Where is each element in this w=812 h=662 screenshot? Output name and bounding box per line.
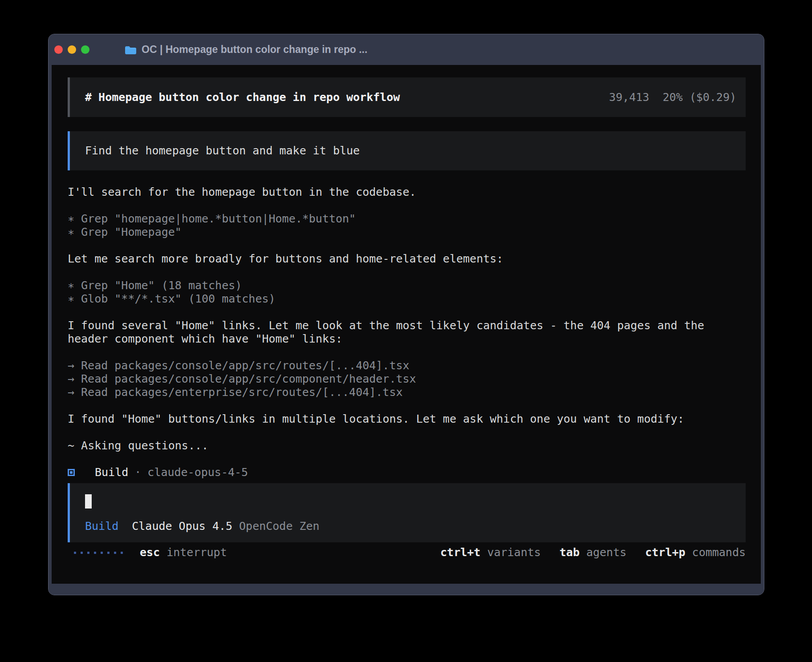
window-bottom-bar <box>49 584 764 595</box>
model-indicator: Claude Opus 4.5 <box>132 520 232 533</box>
agent-square-icon <box>68 469 75 476</box>
spinner-dot <box>74 552 76 554</box>
desktop: OC | Homepage button color change in rep… <box>0 0 812 662</box>
tool-call-group: →Read packages/console/app/src/routes/[.… <box>68 359 746 399</box>
agent-task-row[interactable]: Build · claude-opus-4-5 <box>68 466 746 479</box>
shortcut-key: tab <box>560 546 580 559</box>
tool-call-label: Read packages/console/app/src/routes/[..… <box>81 359 410 372</box>
asking-status: ~ Asking questions... <box>68 439 746 452</box>
tool-call-label: Read packages/enterprise/src/routes/[...… <box>81 386 402 399</box>
terminal-frame: # Homepage button color change in repo w… <box>49 65 764 584</box>
tool-call-read: →Read packages/console/app/src/component… <box>68 372 746 386</box>
assistant-paragraph: Let me search more broadly for buttons a… <box>68 252 746 266</box>
asterisk-icon: ∗ <box>68 279 74 292</box>
assistant-text: I found "Home" buttons/links in multiple… <box>68 412 746 426</box>
shortcut-label: commands <box>692 546 746 559</box>
user-message: Find the homepage button and make it blu… <box>68 131 746 170</box>
tool-call-label: Glob "**/*.tsx" (100 matches) <box>81 292 276 305</box>
arrow-right-icon: → <box>68 359 74 372</box>
tool-call-label: Read packages/console/app/src/component/… <box>81 372 416 385</box>
asterisk-icon: ∗ <box>68 292 74 305</box>
dot-separator: · <box>134 466 141 479</box>
arrow-right-icon: → <box>68 386 74 399</box>
assistant-text: I found several "Home" links. Let me loo… <box>68 319 746 332</box>
shortcut-list: ctrl+tvariants tabagents ctrl+pcommands <box>440 546 746 559</box>
shortcut-commands[interactable]: ctrl+pcommands <box>645 546 746 559</box>
session-title: # Homepage button color change in repo w… <box>85 91 400 104</box>
tool-call-grep: ∗Grep "Home" (18 matches) <box>68 279 746 292</box>
agent-name: Build <box>95 466 128 479</box>
spinner-dot <box>87 552 89 554</box>
terminal-window: OC | Homepage button color change in rep… <box>48 34 764 595</box>
tool-call-group: ∗Grep "Home" (18 matches) ∗Glob "**/*.ts… <box>68 279 746 306</box>
assistant-paragraph: ~ Asking questions... <box>68 439 746 452</box>
agent-model: claude-opus-4-5 <box>147 466 248 479</box>
close-button[interactable] <box>54 45 63 54</box>
spinner-dot <box>107 552 110 554</box>
provider-indicator: OpenCode Zen <box>239 520 320 533</box>
user-message-text: Find the homepage button and make it blu… <box>85 144 360 157</box>
asterisk-icon: ∗ <box>68 226 74 238</box>
spinner-dot <box>121 552 123 554</box>
context-usage: 20% ($0.29) <box>662 91 736 104</box>
session-header: # Homepage button color change in repo w… <box>68 77 746 117</box>
minimize-button[interactable] <box>68 45 76 54</box>
assistant-text: Let me search more broadly for buttons a… <box>68 252 746 266</box>
status-bar: esc interrupt ctrl+tvariants tabagents c… <box>68 546 746 559</box>
assistant-paragraph: I found several "Home" links. Let me loo… <box>68 319 746 346</box>
shortcut-label: agents <box>586 546 626 559</box>
assistant-paragraph: I'll search for the homepage button in t… <box>68 186 746 199</box>
tool-call-grep: ∗Grep "homepage|home.*button|Home.*butto… <box>68 212 746 226</box>
shortcut-label: variants <box>487 546 540 559</box>
folder-icon <box>124 45 136 55</box>
text-cursor <box>85 494 92 509</box>
window-title: OC | Homepage button color change in rep… <box>142 44 367 56</box>
asterisk-icon: ∗ <box>68 212 74 225</box>
tool-call-group: ∗Grep "homepage|home.*button|Home.*butto… <box>68 212 746 239</box>
terminal-content: # Homepage button color change in repo w… <box>52 65 761 584</box>
arrow-right-icon: → <box>68 372 74 385</box>
tool-call-read: →Read packages/console/app/src/routes/[.… <box>68 359 746 372</box>
tool-call-grep: ∗Grep "Homepage" <box>68 226 746 239</box>
assistant-paragraph: I found "Home" buttons/links in multiple… <box>68 412 746 426</box>
input-meta: Build Claude Opus 4.5 OpenCode Zen <box>85 520 736 533</box>
tool-call-label: Grep "homepage|home.*button|Home.*button… <box>81 212 356 225</box>
tool-call-label: Grep "Home" (18 matches) <box>81 279 242 292</box>
spinner-dot <box>114 552 116 554</box>
spinner-dots <box>74 552 123 554</box>
assistant-transcript: I'll search for the homepage button in t… <box>68 186 746 479</box>
tool-call-label: Grep "Homepage" <box>81 226 182 238</box>
shortcut-interrupt[interactable]: esc interrupt <box>140 546 227 559</box>
esc-key: esc <box>140 546 160 559</box>
spinner-dot <box>81 552 83 554</box>
spinner-dot <box>101 552 103 554</box>
tool-call-read: →Read packages/enterprise/src/routes/[..… <box>68 386 746 399</box>
mode-indicator[interactable]: Build <box>85 520 118 533</box>
titlebar[interactable]: OC | Homepage button color change in rep… <box>49 34 764 65</box>
shortcut-key: ctrl+t <box>440 546 480 559</box>
prompt-input[interactable]: Build Claude Opus 4.5 OpenCode Zen <box>68 483 746 542</box>
shortcut-variants[interactable]: ctrl+tvariants <box>440 546 541 559</box>
session-stats: 39,413 20% ($0.29) <box>609 91 736 104</box>
shortcut-agents[interactable]: tabagents <box>560 546 626 559</box>
assistant-text: header component which have "Home" links… <box>68 332 746 346</box>
spinner-dot <box>94 552 96 554</box>
shortcut-key: ctrl+p <box>645 546 685 559</box>
esc-label: interrupt <box>166 546 227 559</box>
assistant-text: I'll search for the homepage button in t… <box>68 186 746 199</box>
tool-call-glob: ∗Glob "**/*.tsx" (100 matches) <box>68 292 746 306</box>
token-count: 39,413 <box>609 91 649 104</box>
zoom-button[interactable] <box>81 45 89 54</box>
traffic-lights <box>54 45 89 54</box>
